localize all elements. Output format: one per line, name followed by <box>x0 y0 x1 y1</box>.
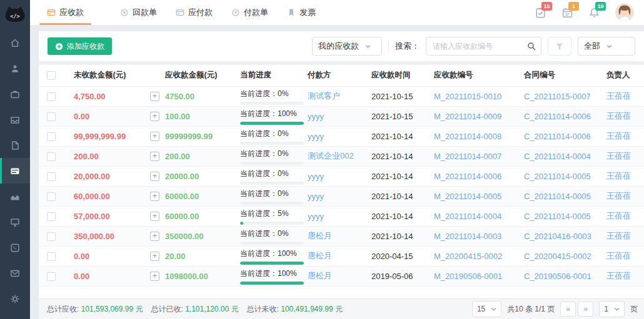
receivable-no-link[interactable]: M_20211015-0010 <box>434 92 501 101</box>
row-checkbox[interactable] <box>47 112 56 121</box>
table-row[interactable]: 99,999,999.99 + 99999999.99 当前进度：0% yyyy… <box>39 126 644 146</box>
receivable-no-link[interactable]: M_20200415-0002 <box>434 252 502 261</box>
sidebar-item-reports[interactable] <box>0 184 30 209</box>
row-checkbox[interactable] <box>47 172 56 181</box>
table-row[interactable]: 200.00 + 200.00 当前进度：0% 测试企业002 2021-10-… <box>39 146 644 166</box>
sidebar-item-finance[interactable] <box>0 158 30 184</box>
sidebar-item-call[interactable] <box>0 235 30 260</box>
scope-select[interactable]: 我的应收款 <box>312 37 382 56</box>
payer-link[interactable]: 唐松月 <box>308 251 332 260</box>
contract-no-link[interactable]: C_20211014-0006 <box>524 132 591 141</box>
payer-link[interactable]: 唐松月 <box>308 271 332 280</box>
row-checkbox[interactable] <box>47 212 56 221</box>
status-select[interactable]: 全部 <box>578 37 635 56</box>
table-row[interactable]: 0.00 + 100.00 当前进度：100% yyyy 2021-10-15 … <box>39 106 644 126</box>
contract-no-link[interactable]: C_20190506-0001 <box>524 272 591 281</box>
row-checkbox[interactable] <box>47 232 56 241</box>
page-number-select[interactable]: 1 <box>599 301 625 317</box>
expand-row-icon[interactable]: + <box>150 152 159 161</box>
search-icon[interactable] <box>527 42 536 51</box>
payer-link[interactable]: yyyy <box>308 172 324 181</box>
sidebar-item-inbox[interactable] <box>0 107 30 132</box>
row-checkbox[interactable] <box>47 192 56 201</box>
expand-row-icon[interactable]: + <box>150 112 159 121</box>
tab-payment-receipts[interactable]: 回款单 <box>111 0 166 25</box>
table-row[interactable]: 350,000.00 + 350000.00 当前进度：0% 唐松月 2021-… <box>39 226 644 246</box>
user-avatar[interactable] <box>615 3 634 22</box>
table-row[interactable]: 0.00 + 20.00 当前进度：100% 唐松月 2020-04-15 M_… <box>39 246 644 266</box>
receivable-no-link[interactable]: M_20211014-0007 <box>434 152 501 161</box>
tab-payment-orders[interactable]: 付款单 <box>222 0 278 25</box>
tab-invoices[interactable]: 发票 <box>278 0 325 25</box>
app-logo[interactable]: </> <box>0 0 30 29</box>
payer-link[interactable]: 唐松月 <box>308 231 332 240</box>
table-row[interactable]: 4,750.00 + 4750.00 当前进度：0% 测试客户 2021-10-… <box>39 86 644 106</box>
contract-no-link[interactable]: C_20200415-0002 <box>524 252 591 261</box>
owner-link[interactable]: 王蓓蓓 <box>606 251 631 260</box>
expand-row-icon[interactable]: + <box>150 92 159 101</box>
expand-row-icon[interactable]: + <box>150 232 159 241</box>
owner-link[interactable]: 王蓓蓓 <box>606 171 631 180</box>
sidebar-item-home[interactable] <box>0 30 30 56</box>
filter-button[interactable] <box>548 37 571 56</box>
tab-receivables[interactable]: 应收款 <box>38 0 93 25</box>
row-checkbox[interactable] <box>47 272 56 281</box>
prev-page-button[interactable]: « <box>560 302 576 317</box>
owner-link[interactable]: 王蓓蓓 <box>606 271 631 280</box>
contract-no-link[interactable]: C_20211015-0007 <box>524 92 591 101</box>
sidebar-item-business[interactable] <box>0 81 30 107</box>
sidebar-item-documents[interactable] <box>0 132 30 158</box>
table-row[interactable]: 20,000.00 + 20000.00 当前进度：0% yyyy 2021-1… <box>39 166 644 186</box>
row-checkbox[interactable] <box>47 152 56 161</box>
receivable-no-link[interactable]: M_20190506-0001 <box>434 272 502 281</box>
tasks-button[interactable]: 15 <box>535 7 546 19</box>
expand-row-icon[interactable]: + <box>150 132 159 141</box>
payer-link[interactable]: 测试客户 <box>308 91 340 101</box>
payer-link[interactable]: yyyy <box>308 112 324 121</box>
notifications-button[interactable]: 10 <box>588 7 600 19</box>
payer-link[interactable]: yyyy <box>308 192 324 201</box>
row-checkbox[interactable] <box>47 252 56 261</box>
sidebar-item-contacts[interactable] <box>0 56 30 81</box>
contract-no-link[interactable]: C_20211014-0006 <box>524 112 591 121</box>
sidebar-item-settings[interactable] <box>0 286 30 312</box>
payer-link[interactable]: 测试企业002 <box>308 151 354 160</box>
add-receivable-button[interactable]: 添加应收款 <box>48 37 112 55</box>
contract-no-link[interactable]: C_20211014-0004 <box>524 152 591 161</box>
owner-link[interactable]: 王蓓蓓 <box>606 111 631 120</box>
next-page-button[interactable]: » <box>578 302 593 317</box>
sidebar-item-workbench[interactable] <box>0 209 30 235</box>
owner-link[interactable]: 王蓓蓓 <box>606 231 631 240</box>
owner-link[interactable]: 王蓓蓓 <box>606 151 631 160</box>
row-checkbox[interactable] <box>47 92 56 101</box>
receivable-no-link[interactable]: M_20211014-0008 <box>434 132 501 141</box>
expand-row-icon[interactable]: + <box>150 172 159 181</box>
table-row[interactable]: 57,000.00 + 60000.00 当前进度：5% yyyy 2021-1… <box>39 206 644 226</box>
expand-row-icon[interactable]: + <box>150 252 159 261</box>
contract-no-link[interactable]: C_20211014-0005 <box>524 192 591 201</box>
contract-no-link[interactable]: C_20211014-0005 <box>524 212 591 221</box>
owner-link[interactable]: 王蓓蓓 <box>606 191 631 200</box>
owner-link[interactable]: 王蓓蓓 <box>606 131 631 140</box>
receivable-no-link[interactable]: M_20211014-0004 <box>434 212 501 221</box>
payer-link[interactable]: yyyy <box>308 212 324 221</box>
row-checkbox[interactable] <box>47 132 56 141</box>
owner-link[interactable]: 王蓓蓓 <box>606 91 631 101</box>
receivable-no-link[interactable]: M_20211014-0003 <box>434 232 501 241</box>
table-row[interactable]: 0.00 + 1098000.00 当前进度：100% 唐松月 2019-05-… <box>39 266 644 286</box>
select-all-checkbox[interactable] <box>47 71 56 80</box>
tab-payables[interactable]: 应付款 <box>166 0 222 25</box>
sidebar-item-mail[interactable] <box>0 260 30 286</box>
contract-no-link[interactable]: C_20210416-0003 <box>524 232 591 241</box>
calendar-button[interactable]: 1 <box>561 7 573 19</box>
page-size-select[interactable]: 15 <box>472 301 501 317</box>
receivable-no-link[interactable]: M_20211014-0009 <box>434 112 501 121</box>
expand-row-icon[interactable]: + <box>150 212 159 221</box>
expand-row-icon[interactable]: + <box>150 272 159 281</box>
contract-no-link[interactable]: C_20211014-0005 <box>524 172 591 181</box>
receivable-no-link[interactable]: M_20211014-0006 <box>434 172 501 181</box>
owner-link[interactable]: 王蓓蓓 <box>606 211 631 220</box>
table-row[interactable]: 60,000.00 + 60000.00 当前进度：0% yyyy 2021-1… <box>39 186 644 206</box>
receivable-no-link[interactable]: M_20211014-0005 <box>434 192 501 201</box>
payer-link[interactable]: yyyy <box>308 132 324 141</box>
